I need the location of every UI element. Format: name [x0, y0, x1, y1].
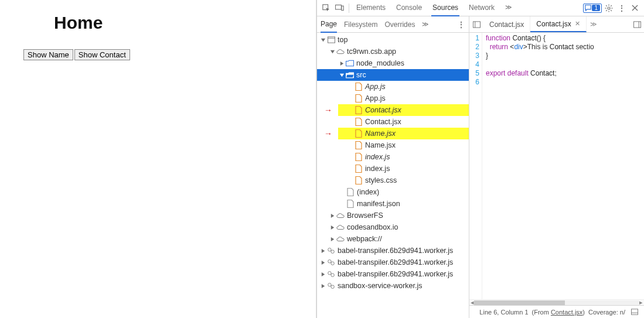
file-icon: [355, 94, 363, 102]
tree-site[interactable]: tc9rwn.csb.app: [317, 46, 469, 57]
file-icon: [355, 118, 363, 126]
worker-icon: [327, 247, 335, 255]
show-contact-button[interactable]: Show Contact: [74, 49, 130, 60]
tree-file-appjs-italic[interactable]: App.js: [317, 81, 469, 93]
cloud-icon: [336, 223, 345, 231]
status-from-link[interactable]: Contact.jsx: [551, 309, 582, 316]
tree-file-index-italic[interactable]: index.js: [317, 151, 469, 163]
tab-elements[interactable]: Elements: [355, 0, 387, 16]
file-icon: [355, 153, 363, 161]
toggle-navigator-icon[interactable]: [469, 16, 483, 32]
toggle-debugger-icon[interactable]: [630, 16, 644, 32]
show-name-button[interactable]: Show Name: [23, 49, 73, 60]
arrow-annotation-icon: →: [324, 129, 332, 138]
tree-worker2[interactable]: babel-transpiler.6b29d941.worker.js: [317, 257, 469, 268]
tree-file-styles[interactable]: styles.css: [317, 175, 469, 186]
editor-statusbar: Line 6, Column 1 (From Contact.jsx) Cove…: [469, 305, 644, 318]
tree-src[interactable]: src: [317, 69, 469, 81]
editor-tabs: Contact.jsx Contact.jsx✕ ≫: [469, 16, 644, 33]
subtab-filesystem[interactable]: Filesystem: [344, 17, 377, 32]
cloud-icon: [336, 47, 345, 56]
file-icon: [355, 129, 363, 138]
tab-sources[interactable]: Sources: [431, 0, 459, 16]
window-icon: [327, 36, 335, 44]
status-from: (From Contact.jsx): [532, 309, 585, 316]
svg-line-8: [606, 5, 607, 6]
more-tabs-icon[interactable]: ≫: [504, 0, 513, 16]
line-gutter: 123456: [469, 33, 482, 299]
issues-badge: 1: [592, 5, 600, 11]
tree-file-name-italic[interactable]: →Name.jsx: [317, 128, 469, 139]
sources-navigator: Page Filesystem Overrides ≫ ⋮ top tc9rwn…: [317, 16, 469, 318]
tree-codesandbox[interactable]: codesandbox.io: [317, 221, 469, 233]
app-preview-pane: Home Show Name Show Contact: [0, 0, 316, 318]
tree-file-contact[interactable]: Contact.jsx: [317, 116, 469, 128]
tree-top[interactable]: top: [317, 34, 469, 46]
file-tree[interactable]: top tc9rwn.csb.app node_modules src App.…: [317, 33, 469, 318]
svg-point-19: [331, 262, 334, 265]
page-title: Home: [54, 13, 304, 33]
tree-file-index-page[interactable]: (index): [317, 186, 469, 198]
editor-tab-contact-1[interactable]: Contact.jsx: [483, 16, 530, 32]
inspect-icon[interactable]: [321, 2, 332, 14]
tree-webpack[interactable]: webpack://: [317, 233, 469, 245]
editor-hscrollbar[interactable]: ◂▸: [469, 299, 644, 305]
svg-point-22: [328, 283, 331, 286]
svg-point-21: [331, 273, 334, 276]
svg-point-23: [331, 285, 334, 288]
file-icon: [346, 188, 355, 196]
coverage-label: Coverage: n/: [588, 309, 625, 316]
svg-rect-24: [473, 21, 480, 27]
tree-browserfs[interactable]: BrowserFS: [317, 210, 469, 221]
cloud-icon: [336, 235, 345, 243]
more-subtabs-icon[interactable]: ≫: [422, 17, 429, 32]
subtab-overrides[interactable]: Overrides: [384, 17, 415, 32]
svg-point-16: [328, 248, 331, 251]
devtools-panel: Elements Console Sources Network ≫ 1 ⋮ P…: [316, 0, 644, 318]
code-editor[interactable]: 123456 function Contact() { return <div>…: [469, 33, 644, 299]
svg-line-11: [606, 10, 607, 11]
show-drawer-icon[interactable]: [629, 306, 640, 318]
close-devtools-icon[interactable]: [629, 2, 640, 14]
navigator-menu-icon[interactable]: ⋮: [458, 17, 465, 32]
kebab-menu-icon[interactable]: ⋮: [616, 2, 628, 14]
close-tab-icon[interactable]: ✕: [575, 20, 580, 28]
tree-node-modules[interactable]: node_modules: [317, 57, 469, 69]
button-row: Show Name Show Contact: [23, 49, 304, 60]
svg-rect-2: [341, 6, 343, 11]
tree-file-appjs[interactable]: App.js: [317, 93, 469, 104]
device-toggle-icon[interactable]: [333, 2, 345, 14]
file-icon: [355, 83, 363, 91]
cloud-icon: [336, 211, 345, 220]
tab-network[interactable]: Network: [468, 0, 496, 16]
code-content[interactable]: function Contact() { return <div>This is…: [482, 33, 594, 299]
tree-sw[interactable]: sandbox-service-worker.js: [317, 280, 469, 292]
file-icon: [355, 141, 363, 149]
tree-file-contact-italic[interactable]: →Contact.jsx: [317, 104, 469, 116]
editor-panel: Contact.jsx Contact.jsx✕ ≫ 123456 functi…: [469, 16, 644, 318]
sources-subtabs: Page Filesystem Overrides ≫ ⋮: [317, 16, 469, 33]
cursor-location: Line 6, Column 1: [479, 309, 528, 316]
worker-icon: [327, 282, 335, 290]
svg-rect-1: [335, 5, 341, 10]
editor-tab-contact-2[interactable]: Contact.jsx✕: [530, 16, 586, 32]
issues-button[interactable]: 1: [583, 4, 602, 13]
arrow-annotation-icon: →: [324, 105, 332, 115]
tree-file-index[interactable]: index.js: [317, 163, 469, 175]
tree-file-name[interactable]: Name.jsx: [317, 139, 469, 151]
tab-console[interactable]: Console: [395, 0, 423, 16]
subtab-page[interactable]: Page: [321, 16, 337, 33]
tree-file-manifest[interactable]: manifest.json: [317, 198, 469, 210]
file-icon: [355, 165, 363, 173]
more-editor-tabs-icon[interactable]: ≫: [587, 20, 601, 28]
settings-icon[interactable]: [603, 2, 615, 14]
folder-open-icon: [346, 71, 354, 79]
svg-line-9: [611, 10, 612, 11]
file-icon: [355, 106, 363, 114]
devtools-main-tabs: Elements Console Sources Network ≫: [355, 0, 513, 16]
tree-worker3[interactable]: babel-transpiler.6b29d941.worker.js: [317, 268, 469, 280]
divider: [349, 4, 349, 13]
svg-rect-26: [633, 21, 640, 27]
folder-icon: [346, 59, 354, 67]
tree-worker1[interactable]: babel-transpiler.6b29d941.worker.js: [317, 245, 469, 257]
